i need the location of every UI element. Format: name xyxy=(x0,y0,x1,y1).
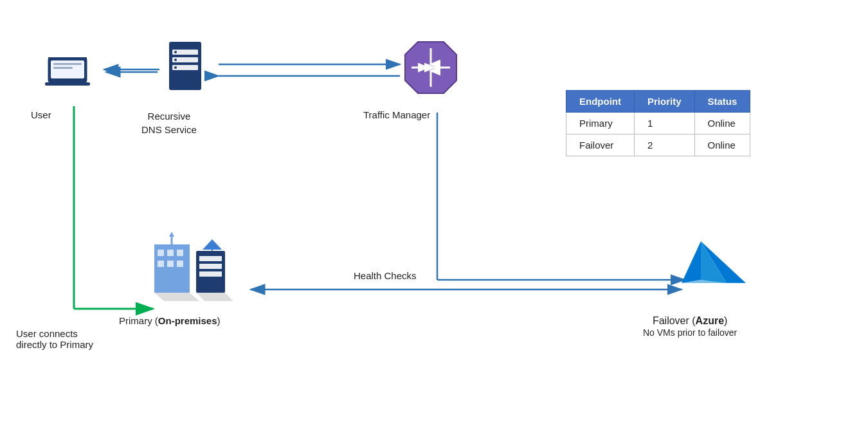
health-checks-label: Health Checks xyxy=(354,270,417,281)
endpoint-primary: Primary xyxy=(566,113,635,134)
svg-rect-44 xyxy=(167,261,174,267)
dns-server-icon xyxy=(159,35,211,102)
user-label: User xyxy=(31,109,51,120)
failover-label: Failover (Azure) No VMs prior to failove… xyxy=(643,315,737,338)
svg-rect-42 xyxy=(177,250,183,256)
status-primary: Online xyxy=(694,113,750,134)
priority-1: 1 xyxy=(634,113,694,134)
dns-label: RecursiveDNS Service xyxy=(141,109,197,136)
svg-rect-51 xyxy=(199,264,222,269)
traffic-manager-label: Traffic Manager xyxy=(363,109,430,120)
svg-rect-20 xyxy=(53,67,73,69)
svg-rect-45 xyxy=(177,261,183,267)
svg-rect-19 xyxy=(53,63,82,65)
user-connects-label: User connectsdirectly to Primary xyxy=(16,328,93,350)
svg-rect-40 xyxy=(158,250,164,256)
svg-marker-48 xyxy=(154,293,199,301)
priority-2: 2 xyxy=(634,134,694,156)
priority-table: Endpoint Priority Status Primary 1 Onlin… xyxy=(566,90,750,156)
traffic-manager-icon xyxy=(399,35,463,102)
user-icon xyxy=(42,39,93,93)
table-header-endpoint: Endpoint xyxy=(566,91,635,113)
primary-server-icon xyxy=(151,232,254,305)
table-header-status: Status xyxy=(694,91,750,113)
primary-label: Primary (On-premises) xyxy=(119,315,221,326)
table-row: Primary 1 Online xyxy=(566,113,750,134)
diagram-container: User RecursiveDNS Service Traffic Manage… xyxy=(0,0,868,422)
svg-marker-54 xyxy=(203,239,222,250)
svg-rect-50 xyxy=(199,256,222,261)
dns-text: RecursiveDNS Service xyxy=(141,111,197,135)
table-row: Failover 2 Online xyxy=(566,134,750,156)
endpoint-failover: Failover xyxy=(566,134,635,156)
svg-point-28 xyxy=(174,59,177,61)
svg-rect-43 xyxy=(158,261,164,267)
svg-point-27 xyxy=(174,51,177,53)
svg-point-29 xyxy=(174,66,177,69)
table-header-priority: Priority xyxy=(634,91,694,113)
svg-rect-52 xyxy=(199,271,222,277)
status-failover: Online xyxy=(694,134,750,156)
failover-server-icon xyxy=(678,228,749,302)
svg-rect-41 xyxy=(167,250,174,256)
svg-marker-53 xyxy=(196,293,233,301)
svg-rect-21 xyxy=(45,82,90,86)
svg-marker-56 xyxy=(682,241,701,283)
svg-marker-47 xyxy=(169,232,174,237)
